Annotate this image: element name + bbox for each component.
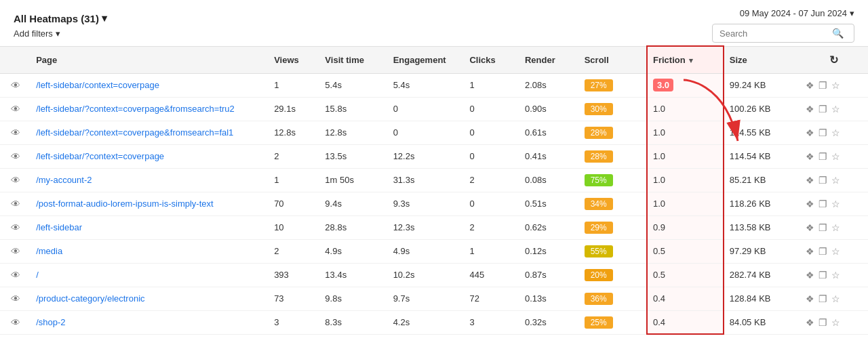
col-header-page[interactable]: Page: [31, 46, 269, 73]
star-icon[interactable]: ☆: [831, 104, 840, 115]
row-page[interactable]: /: [31, 263, 269, 287]
open-icon[interactable]: ❐: [818, 246, 827, 257]
row-actions: ❖ ❐ ☆: [800, 239, 868, 263]
col-header-views[interactable]: Views: [269, 46, 319, 73]
share-icon[interactable]: ❖: [806, 104, 814, 115]
row-visit-time: 1m 50s: [319, 168, 387, 192]
row-scroll: 75%: [579, 168, 647, 192]
eye-icon: 👁: [11, 270, 20, 281]
star-icon[interactable]: ☆: [831, 293, 840, 304]
open-icon[interactable]: ❐: [818, 80, 827, 91]
share-icon[interactable]: ❖: [806, 317, 814, 328]
share-icon[interactable]: ❖: [806, 199, 814, 209]
row-scroll: 28%: [579, 144, 647, 168]
scroll-badge: 36%: [585, 293, 613, 305]
row-eye[interactable]: 👁: [0, 215, 31, 239]
row-size: 97.29 KB: [724, 239, 800, 263]
row-clicks: 2: [464, 168, 519, 192]
row-actions: ❖ ❐ ☆: [800, 215, 868, 239]
open-icon[interactable]: ❐: [818, 199, 827, 209]
row-eye[interactable]: 👁: [0, 263, 31, 287]
row-views: 3: [269, 310, 319, 334]
date-dropdown-icon: ▾: [850, 8, 854, 18]
row-size: 128.84 KB: [724, 287, 800, 310]
open-icon[interactable]: ❐: [818, 293, 827, 304]
filters-row[interactable]: Add filters ▾: [14, 28, 107, 39]
row-engagement: 10.2s: [388, 263, 465, 287]
col-header-scroll[interactable]: Scroll: [579, 46, 647, 73]
share-icon[interactable]: ❖: [806, 222, 814, 233]
open-icon[interactable]: ❐: [818, 151, 827, 162]
col-header-size[interactable]: Size: [724, 46, 800, 73]
row-eye[interactable]: 👁: [0, 97, 31, 121]
date-range[interactable]: 09 May 2024 - 07 Jun 2024 ▾: [740, 8, 854, 18]
row-page[interactable]: /left-sidebar/?context=coverpage&fromsea…: [31, 97, 269, 121]
open-icon[interactable]: ❐: [818, 175, 827, 186]
title-dropdown-icon[interactable]: ▾: [102, 12, 107, 24]
row-page[interactable]: /left-sidebar/?context=coverpage: [31, 144, 269, 168]
star-icon[interactable]: ☆: [831, 175, 840, 186]
share-icon[interactable]: ❖: [806, 293, 814, 304]
star-icon[interactable]: ☆: [831, 317, 840, 328]
share-icon[interactable]: ❖: [806, 270, 814, 281]
open-icon[interactable]: ❐: [818, 270, 827, 281]
open-icon[interactable]: ❐: [818, 222, 827, 233]
friction-value: 0.5: [653, 270, 665, 280]
row-eye[interactable]: 👁: [0, 239, 31, 263]
row-page[interactable]: /product-category/electronic: [31, 287, 269, 310]
row-eye[interactable]: 👁: [0, 192, 31, 215]
row-scroll: 25%: [579, 310, 647, 334]
row-eye[interactable]: 👁: [0, 168, 31, 192]
row-eye[interactable]: 👁: [0, 310, 31, 334]
row-engagement: 12.3s: [388, 215, 465, 239]
share-icon[interactable]: ❖: [806, 175, 814, 186]
star-icon[interactable]: ☆: [831, 222, 840, 233]
row-page[interactable]: /left-sidebar: [31, 215, 269, 239]
row-eye[interactable]: 👁: [0, 144, 31, 168]
row-size: 100.26 KB: [724, 97, 800, 121]
row-render: 0.32s: [519, 310, 579, 334]
row-render: 0.12s: [519, 239, 579, 263]
star-icon[interactable]: ☆: [831, 199, 840, 209]
row-visit-time: 28.8s: [319, 215, 387, 239]
row-eye[interactable]: 👁: [0, 121, 31, 144]
row-page[interactable]: /my-account-2: [31, 168, 269, 192]
col-header-engagement[interactable]: Engagement: [388, 46, 465, 73]
row-engagement: 9.3s: [388, 192, 465, 215]
open-icon[interactable]: ❐: [818, 127, 827, 138]
star-icon[interactable]: ☆: [831, 127, 840, 138]
friction-value: 1.0: [653, 104, 665, 114]
col-header-friction[interactable]: Friction ▾: [647, 46, 724, 73]
row-friction: 0.5: [647, 239, 724, 263]
share-icon[interactable]: ❖: [806, 127, 814, 138]
share-icon[interactable]: ❖: [806, 246, 814, 257]
row-actions: ❖ ❐ ☆: [800, 287, 868, 310]
row-page[interactable]: /left-sidebar/context=coverpage: [31, 73, 269, 97]
share-icon[interactable]: ❖: [806, 80, 814, 91]
row-eye[interactable]: 👁: [0, 287, 31, 310]
row-scroll: 30%: [579, 97, 647, 121]
row-page[interactable]: /left-sidebar/?context=coverpage&fromsea…: [31, 121, 269, 144]
star-icon[interactable]: ☆: [831, 246, 840, 257]
open-icon[interactable]: ❐: [818, 104, 827, 115]
share-icon[interactable]: ❖: [806, 151, 814, 162]
star-icon[interactable]: ☆: [831, 270, 840, 281]
row-scroll: 36%: [579, 287, 647, 310]
row-page[interactable]: /post-format-audio-lorem-ipsum-is-simply…: [31, 192, 269, 215]
table-row: 👁 /post-format-audio-lorem-ipsum-is-simp…: [0, 192, 868, 215]
col-header-clicks[interactable]: Clicks: [464, 46, 519, 73]
all-heatmaps-title[interactable]: All Heatmaps (31): [14, 13, 99, 24]
star-icon[interactable]: ☆: [831, 80, 840, 91]
star-icon[interactable]: ☆: [831, 151, 840, 162]
col-header-actions[interactable]: ↻: [800, 46, 868, 73]
open-icon[interactable]: ❐: [818, 317, 827, 328]
row-engagement: 4.2s: [388, 310, 465, 334]
friction-sort-icon[interactable]: ▾: [689, 56, 693, 64]
row-size: 85.21 KB: [724, 168, 800, 192]
row-page[interactable]: /media: [31, 239, 269, 263]
row-page[interactable]: /shop-2: [31, 310, 269, 334]
search-input[interactable]: [719, 28, 828, 39]
col-header-visit-time[interactable]: Visit time: [319, 46, 387, 73]
row-eye[interactable]: 👁: [0, 73, 31, 97]
col-header-render[interactable]: Render: [519, 46, 579, 73]
